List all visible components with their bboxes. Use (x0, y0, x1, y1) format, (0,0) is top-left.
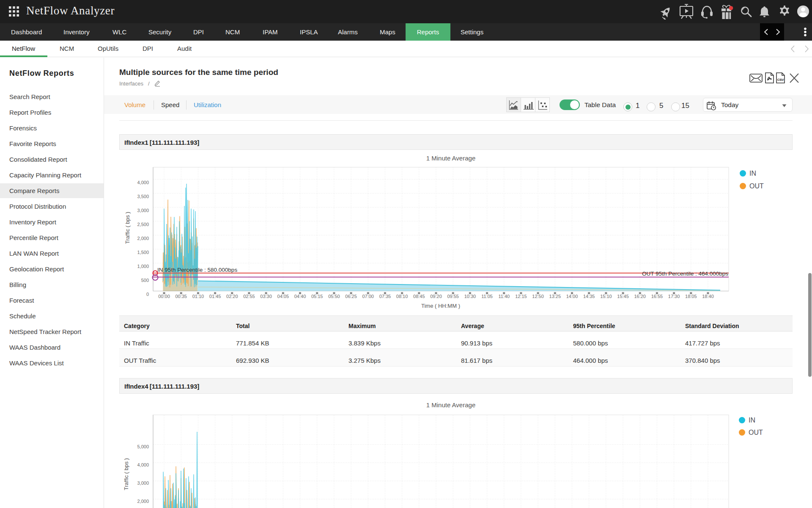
svg-text:01:45: 01:45 (209, 294, 221, 299)
svg-text:14:00: 14:00 (566, 294, 578, 299)
svg-text:02:55: 02:55 (243, 294, 255, 299)
svg-text:5,000: 5,000 (137, 444, 149, 449)
svg-text:15:10: 15:10 (600, 294, 612, 299)
svg-text:05:15: 05:15 (311, 294, 323, 299)
svg-text:09:55: 09:55 (447, 294, 459, 299)
svg-text:Traffic ( bps ): Traffic ( bps ) (123, 458, 129, 490)
svg-text:04:05: 04:05 (277, 294, 289, 299)
svg-text:14:35: 14:35 (583, 294, 595, 299)
svg-text:07:00: 07:00 (362, 294, 374, 299)
svg-text:4,000: 4,000 (137, 180, 149, 185)
svg-text:IN 95th Percentile : 580.000bp: IN 95th Percentile : 580.000bps (157, 267, 237, 273)
svg-text:10:30: 10:30 (464, 294, 476, 299)
svg-text:09:20: 09:20 (430, 294, 442, 299)
svg-text:Traffic ( bps ): Traffic ( bps ) (124, 212, 131, 244)
svg-text:07:35: 07:35 (379, 294, 391, 299)
svg-text:500: 500 (141, 278, 149, 283)
svg-text:02:20: 02:20 (226, 294, 238, 299)
svg-text:03:30: 03:30 (260, 294, 272, 299)
svg-text:11:05: 11:05 (481, 294, 493, 299)
svg-text:3,500: 3,500 (137, 194, 149, 199)
svg-text:04:40: 04:40 (294, 294, 306, 299)
svg-text:00:00: 00:00 (158, 294, 170, 299)
svg-text:11:40: 11:40 (498, 294, 510, 299)
svg-text:1 Minute Average: 1 Minute Average (426, 401, 475, 409)
svg-text:06:25: 06:25 (345, 294, 357, 299)
svg-text:2,000: 2,000 (137, 236, 149, 241)
svg-text:17:30: 17:30 (668, 294, 680, 299)
svg-text:08:45: 08:45 (413, 294, 425, 299)
svg-text:Time ( HH:MM ): Time ( HH:MM ) (421, 303, 460, 309)
svg-text:16:55: 16:55 (651, 294, 663, 299)
svg-text:3,000: 3,000 (137, 480, 149, 486)
svg-text:18:40: 18:40 (702, 294, 714, 299)
svg-text:12:15: 12:15 (515, 294, 527, 299)
svg-text:16:20: 16:20 (634, 294, 646, 299)
svg-text:05:50: 05:50 (328, 294, 340, 299)
svg-text:CSV: CSV (777, 78, 785, 82)
svg-text:2,500: 2,500 (137, 222, 149, 227)
svg-text:1,500: 1,500 (137, 250, 149, 255)
svg-text:1 Minute Average: 1 Minute Average (426, 155, 475, 162)
svg-text:3,000: 3,000 (137, 208, 149, 213)
svg-text:00:35: 00:35 (175, 294, 187, 299)
svg-text:01:10: 01:10 (192, 294, 204, 299)
svg-text:4,000: 4,000 (137, 462, 149, 467)
svg-text:0: 0 (146, 292, 149, 297)
svg-text:13:25: 13:25 (549, 294, 561, 299)
svg-text:08:10: 08:10 (396, 294, 408, 299)
svg-text:OUT 95th Percentile : 464.000b: OUT 95th Percentile : 464.000bps (642, 271, 728, 277)
svg-text:12:50: 12:50 (532, 294, 544, 299)
svg-text:15:45: 15:45 (617, 294, 629, 299)
svg-text:1,000: 1,000 (137, 264, 149, 269)
svg-text:18:05: 18:05 (685, 294, 697, 299)
svg-text:2,000: 2,000 (137, 499, 149, 504)
